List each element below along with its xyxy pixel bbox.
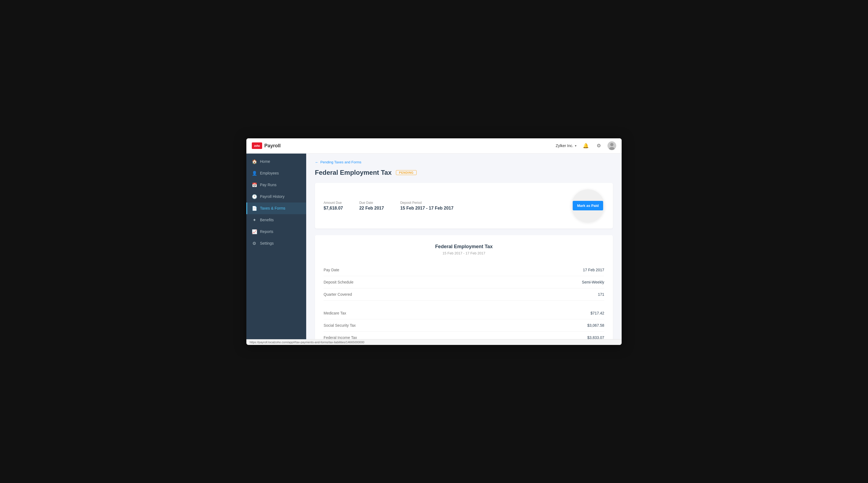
gear-icon[interactable]: ⚙ (594, 141, 603, 150)
sidebar-item-employees[interactable]: 👤 Employees (246, 167, 306, 179)
detail-row-deposit-schedule: Deposit Schedule Semi-Weekly (323, 276, 604, 288)
status-bar-url: https://payroll.localzoho.com/app#/tax-p… (250, 341, 364, 344)
detail-row-quarter-covered: Quarter Covered 171 (323, 288, 604, 301)
page-title: Federal Employment Tax (315, 169, 392, 176)
employees-icon: 👤 (252, 171, 257, 176)
status-bar: https://payroll.localzoho.com/app#/tax-p… (246, 339, 622, 345)
back-link[interactable]: ← Pending Taxes and Forms (315, 160, 613, 164)
summary-card: Amount Due $7,618.07 Due Date 22 Feb 201… (315, 183, 613, 229)
sidebar-label-pay-runs: Pay Runs (260, 183, 277, 187)
zoho-box-icon: zoho (252, 142, 262, 149)
top-bar-right: Zylker Inc. ▼ 🔔 ⚙ (556, 141, 616, 150)
pay-date-label: Pay Date (323, 268, 339, 272)
company-selector[interactable]: Zylker Inc. ▼ (556, 143, 577, 148)
sidebar-label-taxes-forms: Taxes & Forms (260, 206, 285, 211)
due-date-label: Due Date (359, 201, 384, 205)
detail-title: Federal Employment Tax (323, 244, 604, 250)
deposit-period-value: 15 Feb 2017 - 17 Feb 2017 (400, 206, 454, 211)
deposit-schedule-label: Deposit Schedule (323, 280, 353, 284)
medicare-tax-label: Medicare Tax (323, 311, 346, 315)
app-title: Payroll (264, 143, 281, 149)
amount-due-field: Amount Due $7,618.07 (323, 201, 343, 211)
deposit-schedule-value: Semi-Weekly (582, 280, 604, 284)
home-icon: 🏠 (252, 159, 257, 164)
sidebar-item-home[interactable]: 🏠 Home (246, 156, 306, 167)
quarter-covered-label: Quarter Covered (323, 292, 352, 296)
detail-row-medicare-tax: Medicare Tax $717.42 (323, 307, 604, 319)
sidebar-label-benefits: Benefits (260, 218, 274, 222)
sidebar: 🏠 Home 👤 Employees 📅 Pay Runs 🕐 Payroll … (246, 154, 306, 339)
amount-due-value: $7,618.07 (323, 206, 343, 211)
company-name: Zylker Inc. (556, 143, 574, 148)
sidebar-label-employees: Employees (260, 171, 279, 175)
summary-fields: Amount Due $7,618.07 Due Date 22 Feb 201… (323, 201, 571, 211)
sidebar-item-taxes-forms[interactable]: 📄 Taxes & Forms (246, 202, 306, 214)
sidebar-item-benefits[interactable]: ✦ Benefits (246, 214, 306, 226)
federal-income-tax-value: $3,833.07 (587, 335, 604, 339)
status-badge: PENDING (396, 170, 416, 175)
due-date-field: Due Date 22 Feb 2017 (359, 201, 384, 211)
spacer (323, 301, 604, 307)
payroll-history-icon: 🕐 (252, 194, 257, 199)
avatar[interactable] (608, 141, 616, 150)
notifications-icon[interactable]: 🔔 (581, 141, 590, 150)
social-security-tax-label: Social Security Tax (323, 323, 356, 327)
pay-runs-icon: 📅 (252, 182, 257, 188)
detail-row-federal-income-tax: Federal Income Tax $3,833.07 (323, 332, 604, 339)
sidebar-item-reports[interactable]: 📈 Reports (246, 226, 306, 237)
deposit-period-field: Deposit Period 15 Feb 2017 - 17 Feb 2017 (400, 201, 454, 211)
pay-date-value: 17 Feb 2017 (583, 268, 604, 272)
reports-icon: 📈 (252, 229, 257, 234)
top-bar: zoho Payroll Zylker Inc. ▼ 🔔 ⚙ (246, 138, 622, 154)
amount-due-label: Amount Due (323, 201, 343, 205)
detail-card: Federal Employment Tax 15 Feb 2017 - 17 … (315, 235, 613, 339)
quarter-covered-value: 171 (598, 292, 604, 296)
svg-point-1 (610, 143, 614, 146)
zoho-logo: zoho (252, 142, 262, 149)
taxes-forms-icon: 📄 (252, 206, 257, 211)
federal-income-tax-label: Federal Income Tax (323, 335, 357, 339)
back-arrow-icon: ← (315, 160, 319, 164)
sidebar-item-settings[interactable]: ⚙ Settings (246, 237, 306, 249)
deposit-period-label: Deposit Period (400, 201, 454, 205)
due-date-value: 22 Feb 2017 (359, 206, 384, 211)
breadcrumb-label: Pending Taxes and Forms (320, 160, 362, 164)
social-security-tax-value: $3,067.58 (587, 323, 604, 327)
chevron-down-icon: ▼ (574, 144, 577, 147)
mark-as-paid-button[interactable]: Mark as Paid (573, 201, 603, 211)
main-layout: 🏠 Home 👤 Employees 📅 Pay Runs 🕐 Payroll … (246, 154, 622, 339)
sidebar-label-settings: Settings (260, 241, 274, 246)
mark-paid-circle: Mark as Paid (571, 189, 604, 222)
sidebar-label-reports: Reports (260, 229, 273, 234)
sidebar-label-payroll-history: Payroll History (260, 194, 284, 199)
page-header: Federal Employment Tax PENDING (315, 169, 613, 176)
sidebar-label-home: Home (260, 159, 270, 164)
detail-row-pay-date: Pay Date 17 Feb 2017 (323, 264, 604, 276)
detail-subtitle: 15 Feb 2017 - 17 Feb 2017 (323, 251, 604, 255)
sidebar-item-payroll-history[interactable]: 🕐 Payroll History (246, 191, 306, 202)
benefits-icon: ✦ (252, 218, 257, 223)
settings-icon: ⚙ (252, 241, 257, 246)
content-area: ← Pending Taxes and Forms Federal Employ… (306, 154, 622, 339)
logo-area: zoho Payroll (252, 142, 281, 149)
detail-row-social-security-tax: Social Security Tax $3,067.58 (323, 319, 604, 332)
medicare-tax-value: $717.42 (590, 311, 604, 315)
sidebar-item-pay-runs[interactable]: 📅 Pay Runs (246, 179, 306, 191)
